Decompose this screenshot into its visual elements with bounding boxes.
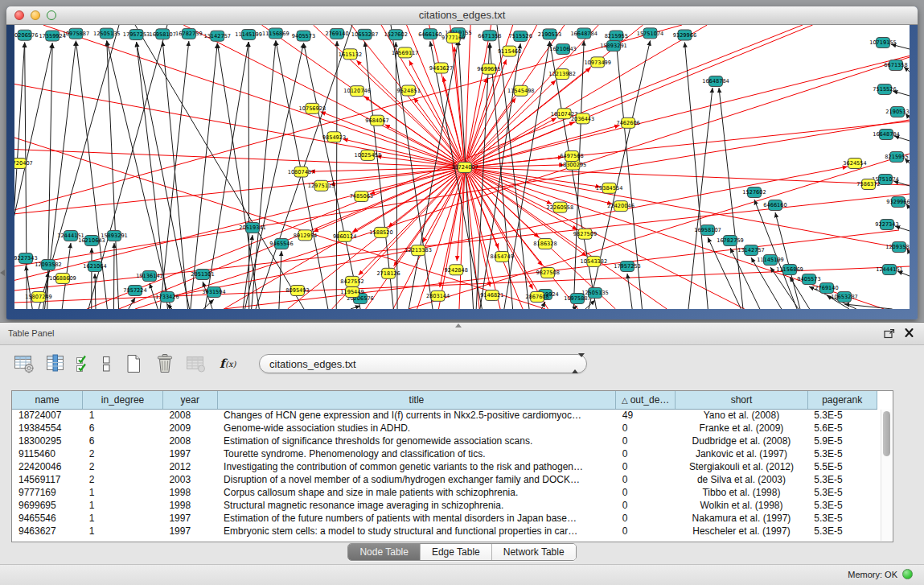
network-node[interactable]: 9227343 [875,220,898,230]
network-node[interactable]: 9827509 [573,229,597,239]
new-column-icon[interactable] [122,352,145,375]
network-node[interactable]: 10975887 [63,28,90,39]
network-canvas[interactable]: 2020657617359924109758871250513517957253… [14,25,910,309]
network-node[interactable]: 1527602 [384,30,408,40]
network-node[interactable]: 16782759 [175,28,203,39]
network-node[interactable]: 15807249 [25,292,52,303]
table-row[interactable]: 911546021997Tourette syndrome. Phenomeno… [12,447,893,460]
tab-network-table[interactable]: Network Table [491,544,576,560]
network-node[interactable]: 19136141 [136,271,163,282]
table-row[interactable]: 969969511998Structural magnetic resonanc… [12,499,893,512]
network-node[interactable]: 10719155 [869,38,897,48]
network-node[interactable]: 11145199 [235,30,262,40]
network-node[interactable]: 2803144 [426,290,450,301]
network-node[interactable]: 8186328 [533,238,556,249]
close-window-button[interactable] [14,10,24,20]
network-node[interactable]: 13142757 [737,245,765,256]
network-node[interactable]: 7857224 [123,286,146,296]
network-node[interactable]: 7515526 [509,31,532,41]
network-node[interactable]: 15720407 [14,159,33,169]
network-node[interactable]: 9329966 [673,30,696,40]
zoom-window-button[interactable] [47,10,56,20]
table-row[interactable]: 977716911998Corpus callosum shape and si… [12,486,893,499]
network-node[interactable]: 16648784 [873,130,900,140]
network-node[interactable]: 3931594 [202,287,225,298]
network-node[interactable]: 10543382 [581,256,608,266]
network-node[interactable]: 9854923 [322,132,346,142]
tab-node-table[interactable]: Node Table [348,544,420,560]
network-node[interactable]: 12505135 [93,28,121,39]
table-row[interactable]: 1456911722003Disruption of a novel membe… [12,473,893,486]
network-node[interactable]: 6466160 [763,200,786,211]
network-node[interactable]: 9329966 [886,197,910,208]
network-node[interactable]: 1621064 [83,262,106,272]
scrollbar-thumb[interactable] [883,411,890,456]
network-node[interactable]: 15893291 [600,41,627,51]
column-header-year[interactable]: year [162,391,217,409]
table-row[interactable]: 946554611997Estimation of the future num… [12,512,893,525]
function-builder-icon[interactable]: f (x) [216,352,239,375]
network-node[interactable]: 13142757 [203,31,231,41]
float-panel-icon[interactable] [884,328,895,339]
network-node[interactable]: 7462606 [616,117,639,128]
network-node[interactable]: 16648784 [570,28,598,39]
delete-column-icon[interactable] [154,352,176,375]
network-node[interactable]: 17957253 [123,30,150,40]
checkbox-list-icon[interactable] [99,352,113,375]
network-node[interactable]: 9777169 [441,32,465,43]
network-node[interactable]: 9684067 [365,115,388,126]
network-node[interactable]: 16958107 [694,225,721,236]
column-visibility-icon[interactable] [44,352,67,375]
tab-edge-table[interactable]: Edge Table [420,544,491,560]
network-node[interactable]: 9405573 [292,31,315,41]
network-node[interactable]: 7485063 [350,192,373,202]
table-vertical-scrollbar[interactable] [881,410,892,541]
network-node[interactable]: 12213383 [405,245,432,256]
network-node[interactable]: 7515526 [873,84,896,95]
table-row[interactable]: 1938455462009Genome-wide association stu… [12,422,893,435]
network-node[interactable]: 1615132 [339,49,362,60]
network-node[interactable]: 12213982 [548,69,576,80]
network-node[interactable]: 9242848 [445,265,468,275]
network-node[interactable]: 9115460 [498,46,521,56]
network-node[interactable]: 9827508 [536,267,560,278]
network-node[interactable]: 2190533 [538,29,561,39]
network-node[interactable]: 7386372 [856,179,880,190]
network-node[interactable]: 17957253 [614,262,641,272]
network-node[interactable]: 9465546 [269,239,293,249]
column-header-name[interactable]: name [12,391,83,409]
column-header-title[interactable]: title [217,391,616,409]
window-titlebar[interactable]: citations_edges.txt [6,6,918,25]
network-node[interactable]: 10973499 [584,57,611,68]
west-panel-collapse-arrow[interactable] [0,270,5,276]
table-settings-icon[interactable] [13,352,35,375]
network-node[interactable]: 11145199 [757,255,784,266]
network-node[interactable]: 15751074 [637,28,664,39]
column-header-short[interactable]: short [676,391,808,409]
network-node[interactable]: 2190533 [885,107,909,117]
network-node[interactable]: 1527602 [742,187,766,198]
network-node[interactable]: 2769140 [815,283,838,294]
network-node[interactable]: 8454749 [491,251,514,262]
column-header-pagerank[interactable]: pagerank [807,391,877,409]
network-node[interactable]: 9524851 [396,85,420,96]
network-node[interactable]: 2867608 [525,291,548,302]
network-node[interactable]: 16958107 [149,29,176,39]
network-node[interactable]: 12093582 [885,242,910,253]
network-node[interactable]: 1588520 [369,227,392,237]
network-node[interactable]: 9463627 [429,63,453,73]
table-row[interactable]: 2242004622012Investigating the contribut… [12,460,893,473]
network-node[interactable]: 9405573 [797,274,820,285]
column-header-out_degree[interactable]: △out_de… [616,391,676,409]
column-header-in_degree[interactable]: in_degree [83,391,163,409]
network-node[interactable]: 11545498 [507,85,535,96]
network-node[interactable]: 16782759 [717,236,744,246]
network-node[interactable]: 6497568 [560,151,583,162]
splitter-collapse-icon[interactable] [455,323,462,328]
table-row[interactable]: 1830029562008Estimation of significance … [12,435,893,447]
network-node[interactable]: 11156869 [262,28,290,39]
table-row[interactable]: 1872400712008Changes of HCN gene express… [12,409,893,422]
network-node[interactable]: 6671358 [478,31,501,41]
network-node[interactable]: 8912954 [294,230,317,241]
network-node[interactable]: 11156869 [776,265,803,275]
